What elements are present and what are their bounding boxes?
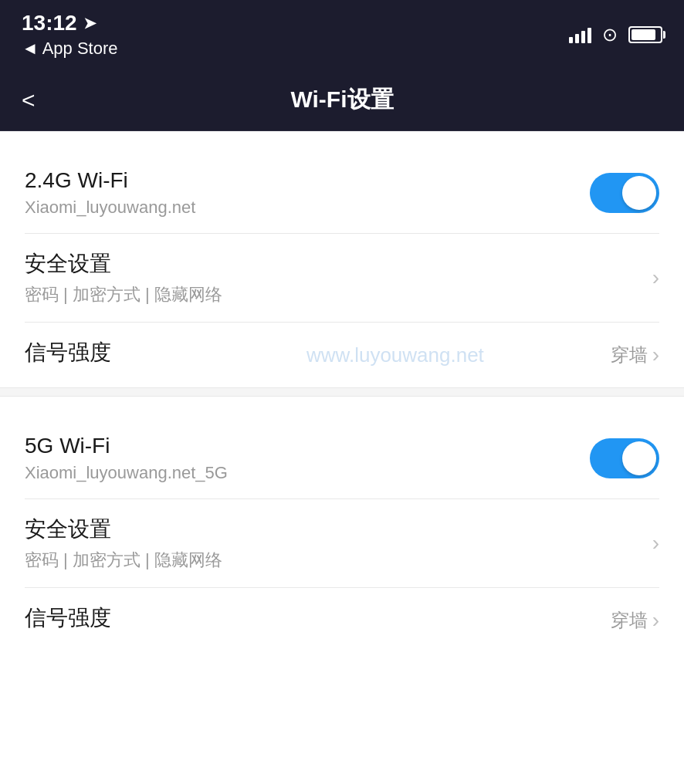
5g-wifi-row: 5G Wi-Fi Xiaomi_luyouwang.net_5G — [25, 418, 659, 499]
5g-security-left: 安全设置 密码 | 加密方式 | 隐藏网络 — [25, 515, 652, 572]
signal-bar-4 — [587, 28, 591, 43]
status-bar-right: ⊙ — [569, 24, 662, 46]
status-time: 13:12 ➤ — [22, 11, 118, 35]
5g-wifi-toggle[interactable] — [590, 438, 659, 478]
2g-wifi-left: 2.4G Wi-Fi Xiaomi_luyouwang.net — [25, 168, 590, 218]
2g-signal-right: 穿墙 › — [611, 343, 659, 367]
2g-security-right: › — [652, 265, 659, 290]
2g-security-chevron-icon: › — [652, 265, 659, 290]
signal-bar-2 — [575, 34, 579, 43]
time-label: 13:12 — [22, 11, 77, 35]
2g-section: 2.4G Wi-Fi Xiaomi_luyouwang.net 安全设置 密码 … — [0, 131, 684, 387]
signal-bar-3 — [581, 31, 585, 43]
nav-bar: < Wi-Fi设置 — [0, 69, 684, 131]
battery-icon — [628, 26, 662, 43]
5g-security-right: › — [652, 531, 659, 556]
2g-security-subtitle: 密码 | 加密方式 | 隐藏网络 — [25, 283, 652, 306]
2g-signal-left: 信号强度 — [25, 338, 611, 372]
2g-wifi-title: 2.4G Wi-Fi — [25, 168, 590, 193]
2g-wifi-row: 2.4G Wi-Fi Xiaomi_luyouwang.net — [25, 153, 659, 234]
back-button[interactable]: < — [22, 87, 36, 113]
5g-security-subtitle: 密码 | 加密方式 | 隐藏网络 — [25, 549, 652, 572]
status-bar-left: 13:12 ➤ ◄ App Store — [22, 11, 118, 59]
wifi-icon: ⊙ — [602, 24, 618, 46]
2g-toggle-knob — [622, 176, 656, 210]
5g-wifi-subtitle: Xiaomi_luyouwang.net_5G — [25, 463, 590, 483]
5g-section-block: 5G Wi-Fi Xiaomi_luyouwang.net_5G 安全设置 密码… — [0, 397, 684, 653]
status-bar: 13:12 ➤ ◄ App Store ⊙ — [0, 0, 684, 69]
5g-signal-chevron-label: 穿墙 — [611, 608, 648, 633]
2g-signal-row[interactable]: 信号强度 穿墙 › www.luyouwang.net — [25, 323, 659, 387]
2g-signal-title: 信号强度 — [25, 338, 611, 367]
signal-bars-icon — [569, 26, 591, 43]
2g-section-block: 2.4G Wi-Fi Xiaomi_luyouwang.net 安全设置 密码 … — [0, 131, 684, 387]
section-divider — [0, 387, 684, 397]
5g-signal-title: 信号强度 — [25, 603, 611, 633]
signal-bar-1 — [569, 37, 573, 43]
2g-wifi-right — [590, 173, 659, 213]
5g-wifi-right — [590, 438, 659, 478]
2g-security-row[interactable]: 安全设置 密码 | 加密方式 | 隐藏网络 › — [25, 234, 659, 323]
5g-toggle-knob — [622, 441, 656, 475]
5g-wifi-left: 5G Wi-Fi Xiaomi_luyouwang.net_5G — [25, 434, 590, 483]
5g-signal-right: 穿墙 › — [611, 608, 659, 633]
5g-section: 5G Wi-Fi Xiaomi_luyouwang.net_5G 安全设置 密码… — [0, 397, 684, 653]
app-store-label: ◄ App Store — [22, 39, 118, 59]
5g-security-row[interactable]: 安全设置 密码 | 加密方式 | 隐藏网络 › — [25, 499, 659, 588]
2g-signal-chevron-icon: › — [652, 343, 659, 367]
page-title: Wi-Fi设置 — [290, 84, 393, 116]
content-area: 2.4G Wi-Fi Xiaomi_luyouwang.net 安全设置 密码 … — [0, 131, 684, 653]
2g-signal-chevron-label: 穿墙 — [611, 343, 648, 367]
2g-security-left: 安全设置 密码 | 加密方式 | 隐藏网络 — [25, 249, 652, 306]
5g-signal-chevron-icon: › — [652, 608, 659, 633]
2g-wifi-subtitle: Xiaomi_luyouwang.net — [25, 198, 590, 218]
location-icon: ➤ — [83, 14, 97, 32]
5g-signal-row[interactable]: 信号强度 穿墙 › — [25, 588, 659, 653]
5g-signal-left: 信号强度 — [25, 603, 611, 637]
app-store-back[interactable]: ◄ App Store — [22, 39, 118, 59]
5g-security-chevron-icon: › — [652, 531, 659, 556]
5g-wifi-title: 5G Wi-Fi — [25, 434, 590, 458]
2g-wifi-toggle[interactable] — [590, 173, 659, 213]
2g-security-title: 安全设置 — [25, 249, 652, 279]
battery-fill — [632, 29, 655, 40]
5g-security-title: 安全设置 — [25, 515, 652, 544]
